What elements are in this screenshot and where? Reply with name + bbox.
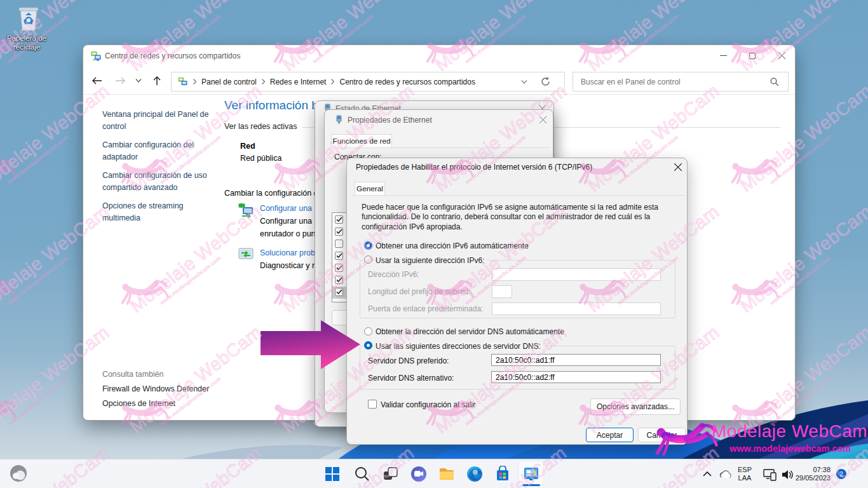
breadcrumb-chevron-icon bbox=[330, 79, 335, 85]
sidebar-item-home[interactable]: Ventana principal del Panel de control bbox=[102, 109, 220, 133]
minimize-button[interactable] bbox=[709, 45, 738, 66]
change-settings-label: Cambiar la configuración de red bbox=[224, 189, 316, 198]
weather-widget-icon[interactable] bbox=[9, 464, 28, 483]
check-icon bbox=[336, 277, 342, 283]
task-view-icon[interactable] bbox=[383, 466, 399, 482]
gateway-input[interactable] bbox=[492, 302, 661, 315]
network-tray-icon[interactable] bbox=[763, 468, 778, 482]
ipv6-address-input[interactable] bbox=[492, 268, 661, 281]
ipv6-dialog-close-icon[interactable] bbox=[674, 163, 682, 171]
tray-language-line1: ESP bbox=[738, 466, 752, 474]
refresh-icon[interactable] bbox=[541, 77, 550, 86]
tray-language-indicator[interactable]: ESP LAA bbox=[738, 466, 752, 482]
validate-checkbox[interactable] bbox=[368, 400, 377, 409]
notification-badge[interactable]: 2 bbox=[836, 469, 846, 479]
tray-chevron-icon[interactable] bbox=[702, 469, 713, 480]
radio-obtain-ipv6-label: Obtener una dirección IPv6 automáticamen… bbox=[376, 241, 531, 250]
ipv6-dialog-title: Propiedades de Habilitar el protocolo de… bbox=[356, 163, 592, 172]
address-location-icon bbox=[178, 77, 187, 86]
prefix-length-label: Longitud del prefijo de subred: bbox=[368, 287, 470, 296]
back-button[interactable] bbox=[92, 76, 102, 86]
window-title: Centro de redes y recursos compartidos bbox=[105, 51, 240, 60]
search-taskbar-icon[interactable] bbox=[354, 466, 370, 482]
microsoft-store-icon[interactable] bbox=[494, 466, 511, 482]
advanced-options-button[interactable]: Opciones avanzadas... bbox=[590, 398, 681, 415]
ethernet-properties-close-icon[interactable] bbox=[539, 116, 546, 123]
start-button-icon[interactable] bbox=[324, 466, 341, 482]
radio-use-dns-label: Usar las siguientes direcciones de servi… bbox=[376, 342, 543, 351]
sidebar-item-sharing[interactable]: Cambiar configuración de uso compartido … bbox=[102, 170, 220, 194]
gateway-label: Puerta de enlace predeterminada: bbox=[368, 304, 483, 313]
address-dropdown-icon[interactable] bbox=[521, 79, 527, 85]
troubleshoot-desc: Diagnosticar y reparar bbox=[260, 261, 315, 270]
check-icon bbox=[336, 229, 342, 234]
cancel-button[interactable]: Cancelar bbox=[638, 428, 686, 442]
validate-checkbox-label: Validar configuración al salir bbox=[381, 400, 475, 409]
forward-button[interactable] bbox=[115, 76, 126, 86]
recycle-bin-label2: reciclaje bbox=[6, 43, 47, 51]
search-icon[interactable] bbox=[770, 78, 779, 86]
accept-button[interactable]: Aceptar bbox=[586, 428, 634, 442]
see-also-header: Consulta también bbox=[102, 370, 163, 379]
tab-general[interactable]: General bbox=[355, 182, 385, 196]
see-also-internet-options[interactable]: Opciones de Internet bbox=[102, 399, 175, 408]
tray-clock[interactable]: 07:38 29/05/2023 bbox=[791, 466, 831, 482]
edge-browser-icon[interactable] bbox=[466, 466, 483, 482]
screen: Papelera de reciclaje Centro de redes y … bbox=[0, 0, 868, 488]
search-placeholder: Buscar en el Panel de control bbox=[581, 78, 681, 86]
ipv6-tab-strip bbox=[351, 195, 684, 196]
setup-connection-icon bbox=[238, 203, 255, 220]
annotation-arrow bbox=[257, 318, 365, 372]
check-icon bbox=[336, 289, 342, 295]
network-name: Red bbox=[240, 142, 255, 151]
check-icon bbox=[336, 253, 342, 259]
setup-connection-desc2: enrutador o punto de acceso bbox=[260, 229, 315, 238]
recent-pages-chevron-icon[interactable] bbox=[135, 78, 142, 83]
close-button[interactable] bbox=[767, 45, 796, 66]
network-center-window-icon bbox=[91, 51, 101, 61]
prefix-length-input[interactable] bbox=[492, 285, 512, 298]
tray-language-line2: LAA bbox=[738, 474, 752, 482]
content-title: Ver información bás bbox=[224, 98, 315, 112]
radio-obtain-dns-label: Obtener la dirección del servidor DNS au… bbox=[376, 327, 567, 336]
recycle-bin[interactable]: Papelera de reciclaje bbox=[6, 5, 47, 51]
preferred-dns-input[interactable]: 2a10:50c0::ad1:ff bbox=[491, 354, 661, 366]
radio-use-ipv6[interactable] bbox=[364, 255, 372, 264]
check-icon bbox=[336, 265, 342, 271]
ipv6-intro-text: Puede hacer que la configuración IPv6 se… bbox=[362, 203, 673, 232]
setup-connection-link[interactable]: Configurar una nueva conexión bbox=[260, 204, 315, 213]
alternate-dns-input[interactable]: 2a10:50c0::ad2:ff bbox=[491, 371, 661, 383]
breadcrumb-item-redes[interactable]: Redes e Internet bbox=[269, 78, 331, 86]
tray-time: 07:38 bbox=[791, 466, 831, 474]
notification-badge-count: 2 bbox=[839, 471, 843, 478]
address-bar[interactable]: Panel de control Redes e Internet Centro… bbox=[171, 72, 565, 92]
radio-use-ipv6-label: Usar la siguiente dirección IPv6: bbox=[376, 256, 487, 265]
see-also-firewall[interactable]: Firewall de Windows Defender bbox=[102, 384, 209, 393]
tray-date: 29/05/2023 bbox=[791, 474, 831, 482]
sidebar-item-streaming[interactable]: Opciones de streaming multimedia bbox=[102, 200, 220, 224]
sidebar: Ventana principal del Panel de control C… bbox=[102, 109, 220, 231]
eth-tab-strip bbox=[329, 147, 550, 148]
radio-obtain-ipv6[interactable] bbox=[364, 241, 372, 250]
toolbar-separator bbox=[83, 94, 795, 95]
ipv6-address-label: Dirección IPv6: bbox=[368, 270, 419, 279]
troubleshoot-link[interactable]: Solucionar problemas bbox=[260, 248, 315, 257]
control-panel-app-icon[interactable] bbox=[523, 466, 539, 482]
ipv6-properties-dialog: Propiedades de Habilitar el protocolo de… bbox=[346, 158, 688, 445]
breadcrumb-item-panel[interactable]: Panel de control bbox=[201, 78, 261, 86]
chat-icon[interactable] bbox=[410, 466, 427, 482]
search-box[interactable]: Buscar en el Panel de control bbox=[573, 72, 789, 92]
breadcrumb-chevron-icon bbox=[261, 79, 266, 85]
check-icon bbox=[336, 217, 342, 222]
breadcrumb-item-centro[interactable]: Centro de redes y recursos compartidos bbox=[339, 78, 479, 86]
troubleshoot-icon bbox=[238, 248, 254, 262]
file-explorer-icon[interactable] bbox=[438, 466, 455, 482]
tab-funciones-de-red[interactable]: Funciones de red bbox=[331, 134, 392, 148]
ethernet-properties-icon bbox=[335, 115, 343, 125]
maximize-button[interactable] bbox=[738, 45, 767, 66]
sidebar-item-adapter[interactable]: Cambiar configuración del adaptador bbox=[102, 139, 220, 163]
onedrive-tray-icon[interactable] bbox=[718, 468, 733, 481]
component-checkbox-3[interactable] bbox=[335, 240, 343, 248]
active-networks-label: Ver las redes activas bbox=[224, 122, 297, 131]
up-button[interactable] bbox=[152, 76, 162, 86]
